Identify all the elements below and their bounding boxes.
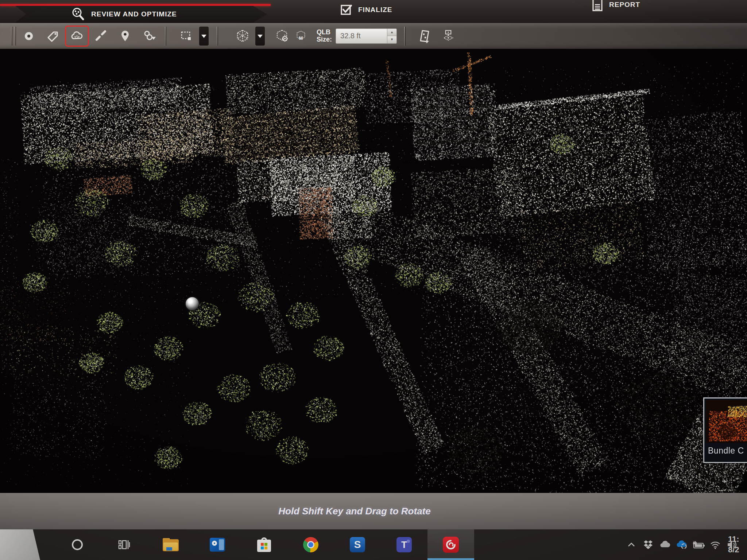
- taskbar-start-cortana[interactable]: [54, 529, 101, 560]
- taskbar-trimble-app-active[interactable]: [427, 529, 474, 560]
- tray-chevron-icon[interactable]: [624, 538, 638, 552]
- toolbar-separator: [404, 27, 405, 46]
- tab-label: FINALIZE: [358, 6, 392, 14]
- taskbar-task-view[interactable]: [101, 529, 147, 560]
- limit-box-flag-icon[interactable]: [412, 26, 436, 47]
- file-explorer-icon: [163, 538, 179, 551]
- report-document-icon: [590, 0, 605, 13]
- taskbar-microsoft-store[interactable]: [241, 529, 287, 560]
- toolbar-separator: [165, 27, 166, 46]
- qlb-size-spinner: ▲ ▼: [387, 29, 396, 43]
- onedrive-cloud-icon[interactable]: [658, 538, 672, 552]
- cube-points-icon[interactable]: [231, 26, 255, 47]
- point-cloud-render[interactable]: [0, 49, 747, 493]
- bundle-thumbnail[interactable]: Bundle C: [703, 397, 747, 463]
- svg-text:M: M: [299, 35, 303, 40]
- cortana-ring-icon: [72, 539, 83, 550]
- cube-m-icon[interactable]: M: [295, 26, 307, 47]
- measure-icon[interactable]: [89, 26, 113, 47]
- tab-review-and-optimize[interactable]: REVIEW AND OPTIMIZE: [15, 6, 267, 23]
- sketchup-icon: S: [350, 537, 365, 552]
- ribbon-tab-bar: REVIEW AND OPTIMIZE FINALIZE REPORT: [0, 0, 747, 23]
- bundle-label: Bundle C: [704, 443, 747, 456]
- rect-selection-icon[interactable]: [174, 26, 198, 47]
- chrome-icon: [303, 537, 318, 552]
- cube-gear-icon[interactable]: [271, 26, 295, 47]
- task-view-icon: [117, 538, 131, 551]
- tag-icon[interactable]: [41, 26, 65, 47]
- tab-label: REVIEW AND OPTIMIZE: [91, 10, 177, 18]
- orbit-center-ball: [186, 297, 199, 310]
- tab-report[interactable]: REPORT: [590, 0, 640, 15]
- points-filter-icon[interactable]: [137, 26, 161, 47]
- toolbar-separator: [11, 27, 12, 46]
- taskbar-sketchup[interactable]: S: [334, 529, 381, 560]
- location-pin-icon[interactable]: [113, 26, 137, 47]
- spinner-up-button[interactable]: ▲: [387, 29, 396, 36]
- bundle-intensity-image: [706, 400, 747, 443]
- tab-label: REPORT: [609, 1, 640, 9]
- point-cloud-icon[interactable]: [65, 26, 89, 47]
- spinner-down-button[interactable]: ▼: [387, 36, 396, 43]
- microsoft-store-icon: [257, 537, 271, 552]
- taskbar-clock[interactable]: 11: 8/2: [728, 534, 739, 555]
- dropbox-icon[interactable]: [641, 538, 655, 552]
- teams-icon: T: [396, 537, 412, 552]
- toolbar: M QLB Size: ▲ ▼: [0, 23, 747, 49]
- taskbar-outlook[interactable]: [194, 529, 241, 560]
- qlb-size-field: ▲ ▼: [336, 28, 397, 44]
- tab-finalize[interactable]: FINALIZE: [339, 0, 392, 20]
- toolbar-separator: [15, 27, 15, 46]
- taskbar-chrome[interactable]: [287, 529, 334, 560]
- magnifier-points-icon: [70, 6, 86, 22]
- point-cloud-viewport[interactable]: Bundle C: [0, 49, 747, 493]
- qlb-size-label: QLB Size:: [317, 29, 332, 43]
- point-icon[interactable]: [17, 26, 41, 47]
- taskbar-file-explorer[interactable]: [147, 529, 194, 560]
- battery-charging-icon[interactable]: [692, 538, 705, 552]
- clock-date: 8/2: [728, 545, 739, 555]
- qlb-size-input[interactable]: [336, 29, 387, 43]
- clock-time: 11:: [728, 534, 739, 545]
- rotate-hint-text: Hold Shift Key and Drag to Rotate: [278, 506, 430, 517]
- status-bar: Hold Shift Key and Drag to Rotate: [0, 493, 747, 529]
- trimble-swirl-icon: [443, 537, 459, 553]
- checkbox-check-icon: [339, 3, 354, 17]
- toolbar-separator: [217, 27, 217, 46]
- taskbar-teams[interactable]: T: [381, 529, 427, 560]
- laptop-screen: REVIEW AND OPTIMIZE FINALIZE REPORT: [0, 0, 747, 560]
- view-plane-icon[interactable]: [442, 26, 454, 47]
- windows-taskbar: S T: [0, 529, 747, 560]
- wifi-icon[interactable]: [708, 538, 722, 552]
- dropdown-arrow-icon[interactable]: [199, 27, 209, 46]
- active-tab-red-indicator: [0, 4, 271, 6]
- onedrive-sync-cloud-icon[interactable]: [675, 538, 689, 552]
- outlook-icon: [210, 538, 225, 552]
- dropdown-arrow-icon[interactable]: [255, 27, 265, 46]
